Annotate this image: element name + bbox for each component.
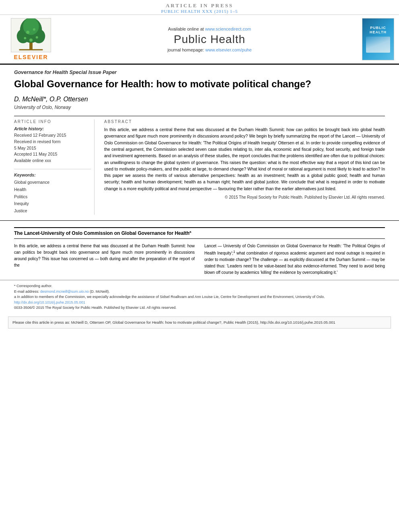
elsevier-puhe-link[interactable]: www.elsevier.com/puhe [206, 47, 252, 52]
keyword-1: Global governance [14, 179, 91, 186]
available-online: Available online at www.sciencedirect.co… [168, 27, 251, 31]
body-section: The Lancet-University of Oslo Commission… [0, 220, 399, 280]
svg-rect-1 [29, 42, 33, 50]
elsevier-logo: ELSEVIER [5, 18, 57, 60]
journal-homepage: journal homepage: www.elsevier.com/puhe [167, 47, 251, 52]
article-info-column: ARTICLE INFO Article history: Received 1… [14, 119, 95, 215]
copyright-note: © 2015 The Royal Society for Public Heal… [104, 195, 385, 199]
keyword-4: Inequity [14, 200, 91, 207]
section-heading-box: The Lancet-University of Oslo Commission… [14, 227, 385, 239]
article-in-press-text: ARTICLE IN PRESS [0, 2, 399, 9]
svg-point-10 [29, 39, 33, 42]
available-online: Available online xxx [14, 158, 91, 164]
keywords-label: Keywords: [14, 173, 91, 177]
svg-rect-11 [19, 49, 43, 50]
accepted-date: Accepted 11 May 2015 [14, 151, 91, 158]
journal-ref: PUBLIC HEALTH XXX (2015) 1–5 [0, 9, 399, 14]
elsevier-tree-image [11, 18, 51, 52]
doi-link[interactable]: http://dx.doi.org/10.1016/j.puhe.2015.05… [14, 300, 85, 304]
svg-point-9 [36, 36, 38, 39]
section-sup: a [189, 230, 191, 234]
abstract-text: In this article, we address a central th… [104, 126, 385, 192]
article-history: Article history: Received 12 February 20… [14, 126, 91, 164]
article-info-label: ARTICLE INFO [14, 119, 91, 124]
abstract-column: ABSTRACT In this article, we address a c… [104, 119, 385, 215]
body-right-text: Lancet — University of Oslo Commission o… [204, 243, 385, 276]
corresponding-author: * Corresponding author. [14, 283, 385, 289]
journal-thumbnail: PUBLICHEALTH [362, 18, 394, 60]
journal-title: Public Health [174, 33, 245, 46]
email-link[interactable]: desmond.mcneill@sum.uio.no [40, 290, 89, 294]
affiliation: University of Oslo, Norway [14, 105, 385, 110]
abstract-label: ABSTRACT [104, 119, 385, 124]
svg-point-5 [23, 18, 39, 35]
received-date: Received 12 February 2015 [14, 132, 91, 139]
email-line: E-mail address: desmond.mcneill@sum.uio.… [14, 289, 385, 295]
body-left-col: In this article, we address a central th… [14, 243, 195, 276]
thumb-text: PUBLICHEALTH [370, 26, 387, 35]
cite-text: Please cite this article in press as: Mc… [12, 320, 387, 325]
section-heading: The Lancet-University of Oslo Commission… [14, 230, 385, 237]
svg-point-8 [24, 37, 26, 39]
body-left-text: In this article, we address a central th… [14, 243, 195, 269]
revised-date: Received in revised form5 May 2015 [14, 139, 91, 152]
special-issue-label: Governance for Health Special Issue Pape… [14, 70, 385, 75]
keywords-section: Keywords: Global governance Health Polit… [14, 169, 91, 215]
keyword-5: Justice [14, 207, 91, 215]
cite-box: Please cite this article in press as: Mc… [8, 316, 391, 329]
journal-header: ELSEVIER Available online at www.science… [0, 15, 399, 65]
keyword-2: Health [14, 186, 91, 193]
article-in-press-banner: ARTICLE IN PRESS PUBLIC HEALTH XXX (2015… [0, 0, 399, 15]
issn-line: 0033-3506/© 2015 The Royal Society for P… [14, 305, 385, 311]
paper-content: Governance for Health Special Issue Pape… [0, 65, 399, 215]
body-two-col: In this article, we address a central th… [14, 243, 385, 276]
elsevier-wordmark: ELSEVIER [14, 54, 48, 60]
journal-center-info: Available online at www.sciencedirect.co… [61, 18, 358, 60]
footnotes-section: * Corresponding author. E-mail address: … [0, 280, 399, 314]
history-label: Article history: [14, 126, 91, 131]
authors: D. McNeill*, O.P. Ottersen [14, 96, 385, 103]
body-right-col: Lancet — University of Oslo Commission o… [204, 243, 385, 276]
paper-title: Global Governance for Health: how to mot… [14, 78, 385, 90]
svg-point-7 [33, 28, 35, 31]
footnote-a: a In addition to members of the Commissi… [14, 294, 385, 300]
sciencedirect-link[interactable]: www.sciencedirect.com [205, 27, 251, 31]
article-info-abstract-section: ARTICLE INFO Article history: Received 1… [14, 119, 385, 215]
divider-1 [14, 116, 385, 116]
svg-point-6 [26, 31, 29, 34]
keyword-3: Politics [14, 193, 91, 201]
